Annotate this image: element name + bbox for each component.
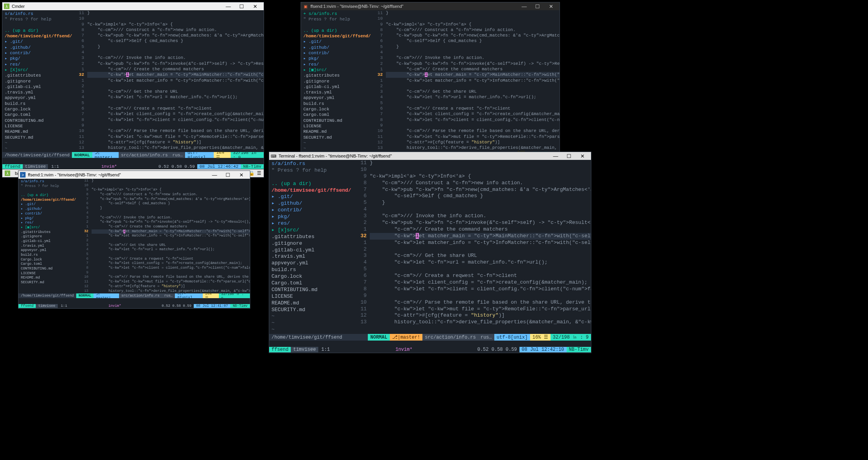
dir-item[interactable]: ▸ .github/ xyxy=(18,207,77,212)
file-item[interactable]: .travis.yml xyxy=(2,90,73,95)
file-item[interactable]: Cargo.lock xyxy=(301,106,372,112)
maximize-button[interactable]: ☐ xyxy=(534,4,541,9)
file-item[interactable]: build.rs xyxy=(18,253,77,258)
up-dir[interactable]: .. (up a dir) xyxy=(269,181,356,187)
dir-item[interactable]: ▸ pkg/ xyxy=(269,214,356,220)
file-item[interactable]: README.md xyxy=(301,129,372,134)
file-item[interactable]: LICENSE xyxy=(301,123,372,129)
up-dir[interactable]: .. (up a dir) xyxy=(301,28,372,33)
dir-item[interactable]: ▸ res/ xyxy=(269,220,356,227)
file-item[interactable]: build.rs xyxy=(269,267,356,273)
file-item[interactable]: CONTRIBUTING.md xyxy=(269,287,356,293)
file-item[interactable]: build.rs xyxy=(301,101,372,106)
file-item[interactable]: appveyor.yml xyxy=(18,248,77,253)
code-pane[interactable]: } "c-kw">impl<'a> "c-ty">Info<'a> { "c-c… xyxy=(87,10,264,152)
titlebar[interactable]: > ffsend:1:nvim - "timvisee@NB-Timv: ~/g… xyxy=(18,171,250,179)
file-item[interactable]: .gitattributes xyxy=(301,73,372,78)
file-item[interactable]: .gitignore xyxy=(301,79,372,84)
code-pane[interactable]: } "c-kw">impl<'a> "c-ty">Info<'a> { "c-c… xyxy=(370,160,591,334)
cwd[interactable]: /home/timvisee/git/ffsend/ xyxy=(18,198,77,203)
dir-item[interactable]: ▸ .git/ xyxy=(301,39,372,44)
file-item[interactable]: .gitignore xyxy=(18,235,77,239)
dir-src[interactable]: ▸ [x]src/ xyxy=(269,227,356,234)
file-item[interactable]: appveyor.yml xyxy=(2,95,73,101)
file-item[interactable]: SECURITY.md xyxy=(301,135,372,140)
titlebar[interactable]: ▣ ffsend:1:nvim - "timvisee@NB-Timv: ~/g… xyxy=(301,2,560,10)
file-item[interactable]: .gitattributes xyxy=(269,234,356,240)
file-item[interactable]: .gitlab-ci.yml xyxy=(301,84,372,90)
dir-item[interactable]: ▸ res/ xyxy=(301,62,372,67)
file-item[interactable]: Cargo.toml xyxy=(2,112,73,117)
maximize-button[interactable]: ☐ xyxy=(565,153,573,159)
cwd[interactable]: /home/timvisee/git/ffsend/ xyxy=(301,33,372,39)
dir-item[interactable]: ▸ res/ xyxy=(18,221,77,225)
file-item[interactable]: .gitlab-ci.yml xyxy=(269,247,356,254)
file-item[interactable]: .gitignore xyxy=(269,240,356,247)
file-item[interactable]: SECURITY.md xyxy=(269,307,356,313)
nerdtree-sidebar[interactable]: + s/a/info.rs " Press ? for help .. (up … xyxy=(301,10,372,152)
dir-item[interactable]: ▸ res/ xyxy=(2,62,73,67)
tmux-session[interactable]: ffsend xyxy=(18,304,36,308)
file-item[interactable]: Cargo.lock xyxy=(269,273,356,280)
cmdline[interactable] xyxy=(269,341,591,346)
file-item[interactable]: .travis.yml xyxy=(269,253,356,260)
cwd[interactable]: /home/timvisee/git/ffsend/ xyxy=(269,187,356,194)
file-item[interactable]: Cargo.toml xyxy=(18,262,77,267)
maximize-button[interactable]: ☐ xyxy=(238,4,246,9)
code-pane[interactable]: } "c-kw">impl<'a> "c-ty">Info<'a> { "c-c… xyxy=(386,10,560,152)
file-item[interactable]: LICENSE xyxy=(269,293,356,300)
nerdtree-sidebar[interactable]: s/a/info.rs " Press ? for help .. (up a … xyxy=(18,179,77,293)
tmux-window-idx[interactable]: 1:1 xyxy=(58,304,70,308)
file-item[interactable]: .gitlab-ci.yml xyxy=(18,239,77,244)
file-item[interactable]: LICENSE xyxy=(18,271,77,276)
file-item[interactable]: README.md xyxy=(18,276,77,280)
file-item[interactable]: .gitattributes xyxy=(18,230,77,235)
file-item[interactable]: CONTRIBUTING.md xyxy=(301,118,372,123)
minimize-button[interactable]: — xyxy=(552,153,560,159)
dir-item[interactable]: ▸ contrib/ xyxy=(301,50,372,56)
titlebar[interactable]: λ Cmder — ☐ ✕ xyxy=(2,2,264,10)
dir-item[interactable]: ▸ .git/ xyxy=(18,202,77,207)
close-button[interactable]: ✕ xyxy=(251,4,259,9)
dir-item[interactable]: ▸ pkg/ xyxy=(301,56,372,61)
dir-src[interactable]: ▸ [X]src/ xyxy=(2,67,73,73)
file-item[interactable]: Cargo.lock xyxy=(2,106,73,112)
file-item[interactable]: LICENSE xyxy=(2,123,73,129)
dir-item[interactable]: ▸ pkg/ xyxy=(2,56,73,61)
dir-item[interactable]: ▸ .git/ xyxy=(269,194,356,200)
up-dir[interactable]: .. (up a dir) xyxy=(18,193,77,198)
dir-item[interactable]: ▸ contrib/ xyxy=(18,212,77,216)
close-button[interactable]: ✕ xyxy=(547,4,555,9)
file-item[interactable]: Cargo.lock xyxy=(18,258,77,262)
dir-src[interactable]: ▸ [▣]src/ xyxy=(301,67,372,73)
tmux-session[interactable]: ffsend xyxy=(2,164,23,169)
file-item[interactable]: appveyor.yml xyxy=(269,260,356,267)
dir-item[interactable]: ▸ .github/ xyxy=(2,45,73,50)
titlebar[interactable]: ⌨ Terminal - ffsend:1:nvim - "timvisee@N… xyxy=(269,152,591,160)
nerdtree-sidebar[interactable]: s/a/info.rs " Press ? for help .. (up a … xyxy=(2,10,73,152)
close-button[interactable]: ✕ xyxy=(578,153,586,159)
tmux-window-idx[interactable]: 1:1 xyxy=(48,164,62,169)
file-item[interactable]: .gitlab-ci.yml xyxy=(2,84,73,90)
dir-item[interactable]: ▸ .github/ xyxy=(301,45,372,50)
file-item[interactable]: build.rs xyxy=(2,101,73,106)
menu-icon[interactable]: ☰ xyxy=(257,170,261,176)
dir-src[interactable]: ▸ [▣]src/ xyxy=(18,225,77,230)
file-item[interactable]: .gitignore xyxy=(2,79,73,84)
code-pane[interactable]: } "c-kw">impl<'a> "c-ty">Info<'a> { "c-c… xyxy=(92,179,250,293)
tmux-session[interactable]: ffsend xyxy=(269,347,291,352)
maximize-button[interactable]: ☐ xyxy=(224,172,232,178)
file-item[interactable]: Cargo.toml xyxy=(301,112,372,117)
file-item[interactable]: SECURITY.md xyxy=(2,135,73,140)
file-item[interactable]: README.md xyxy=(2,129,73,134)
minimize-button[interactable]: — xyxy=(211,172,218,178)
file-item[interactable]: CONTRIBUTING.md xyxy=(18,267,77,271)
dir-item[interactable]: ▸ .github/ xyxy=(269,200,356,207)
file-item[interactable]: CONTRIBUTING.md xyxy=(2,118,73,123)
minimize-button[interactable]: — xyxy=(224,4,232,9)
file-item[interactable]: .travis.yml xyxy=(18,244,77,249)
dir-item[interactable]: ▸ .git/ xyxy=(2,39,73,44)
file-item[interactable]: Cargo.toml xyxy=(269,280,356,287)
dir-item[interactable]: ▸ contrib/ xyxy=(269,207,356,214)
up-dir[interactable]: .. (up a dir) xyxy=(2,28,73,33)
